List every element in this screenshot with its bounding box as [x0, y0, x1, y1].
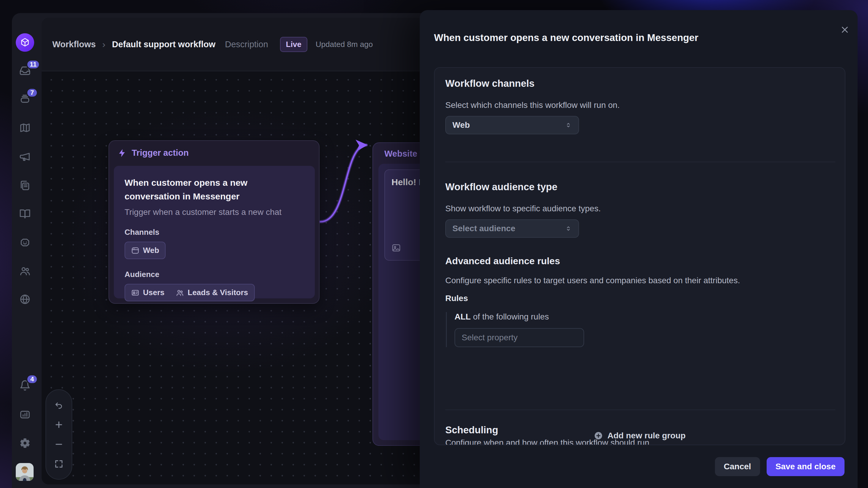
close-button[interactable] — [837, 22, 852, 37]
sidebar-item-knowledge[interactable] — [19, 207, 31, 220]
bar-chart-icon — [19, 409, 31, 420]
channel-chip-label: Web — [143, 246, 159, 255]
visitor-card-title: Website vi — [384, 149, 420, 159]
visitor-card-body: Hello! H B — [378, 164, 420, 440]
zoom-out-button[interactable] — [52, 438, 65, 451]
documents-icon — [19, 180, 31, 191]
panel-title: When customer opens a new conversation i… — [434, 32, 698, 43]
trigger-subtitle: Trigger when a customer starts a new cha… — [125, 207, 304, 217]
channels-label: Channels — [125, 228, 304, 237]
trigger-node-card[interactable]: Trigger action When customer opens a new… — [108, 140, 319, 304]
scheduling-description: Configure when and how often this workfl… — [445, 438, 834, 445]
undo-icon — [54, 400, 64, 410]
rule-group: ALL of the following rules Select proper… — [446, 312, 584, 347]
trigger-settings-panel: When customer opens a new conversation i… — [420, 10, 858, 488]
book-icon — [19, 208, 31, 219]
audience-chip[interactable]: Users Leads & Visitors — [125, 284, 255, 301]
bell-badge: 4 — [26, 374, 38, 384]
gear-icon — [19, 437, 31, 449]
breadcrumb-current[interactable]: Default support workflow — [112, 39, 216, 49]
audience-dropdown-placeholder: Select audience — [453, 224, 516, 233]
section-divider — [445, 410, 835, 410]
users-icon — [19, 265, 31, 277]
rule-group-operator: ALL — [455, 312, 471, 321]
sidebar-item-contacts[interactable] — [19, 265, 31, 277]
trigger-card-title: Trigger action — [132, 148, 189, 158]
close-icon — [840, 25, 850, 35]
cancel-button[interactable]: Cancel — [715, 457, 760, 476]
audience-description: Show workflow to specific audience types… — [445, 204, 834, 214]
message-composer[interactable]: Hello! H B — [384, 169, 420, 261]
expand-icon — [54, 459, 64, 469]
save-and-close-button[interactable]: Save and close — [767, 457, 844, 476]
section-divider — [445, 162, 835, 162]
sidebar-item-reports[interactable] — [19, 409, 31, 421]
channels-dropdown[interactable]: Web — [445, 116, 579, 134]
sidebar-item-outbound[interactable] — [19, 151, 31, 163]
visitor-node-card[interactable]: Website vi Hello! H B — [372, 142, 420, 446]
app-logo[interactable] — [16, 33, 34, 52]
advanced-rules-heading: Advanced audience rules — [445, 256, 834, 267]
audience-dropdown[interactable]: Select audience — [445, 219, 579, 238]
map-icon — [19, 122, 31, 133]
people-icon — [176, 289, 184, 297]
rule-group-condition: ALL of the following rules — [455, 312, 584, 322]
trigger-title: When customer opens a new conversation i… — [125, 176, 297, 203]
audience-users-label: Users — [143, 288, 164, 297]
channels-description: Select which channels this workflow will… — [445, 100, 834, 110]
channels-heading: Workflow channels — [445, 78, 834, 89]
audience-heading: Workflow audience type — [445, 181, 834, 193]
audience-leads-label: Leads & Visitors — [188, 288, 248, 297]
queue-badge: 7 — [26, 88, 38, 98]
inbox-badge: 11 — [26, 59, 40, 69]
image-icon[interactable] — [392, 243, 401, 253]
breadcrumb-separator: › — [102, 39, 105, 50]
zoom-in-button[interactable] — [52, 418, 65, 431]
select-property-input[interactable]: Select property — [455, 328, 584, 347]
screen: 11 7 — [0, 0, 868, 488]
scheduling-heading: Scheduling — [445, 424, 834, 436]
user-avatar[interactable] — [16, 463, 34, 481]
globe-icon — [19, 294, 31, 305]
megaphone-icon — [19, 151, 31, 162]
sidebar-item-articles[interactable] — [19, 179, 31, 192]
sidebar-item-bot[interactable] — [19, 236, 31, 249]
message-text[interactable]: Hello! H — [392, 177, 420, 187]
breadcrumb-workflows[interactable]: Workflows — [52, 39, 96, 49]
live-status-badge: Live — [280, 37, 307, 52]
trigger-card-body: When customer opens a new conversation i… — [114, 166, 315, 298]
panel-footer: Cancel Save and close — [420, 445, 858, 488]
channels-dropdown-value: Web — [453, 120, 470, 130]
robot-icon — [19, 237, 31, 248]
settings-section-card: Workflow channels Select which channels … — [434, 67, 845, 445]
sidebar-item-settings[interactable] — [19, 437, 31, 449]
undo-button[interactable] — [52, 398, 65, 412]
advanced-rules-description: Configure specific rules to target users… — [445, 276, 834, 285]
cube-icon — [20, 37, 30, 48]
channel-chip-web[interactable]: Web — [125, 241, 165, 259]
sidebar-item-web[interactable] — [19, 293, 31, 305]
rules-label: Rules — [445, 294, 834, 303]
chevron-updown-icon — [565, 225, 572, 232]
description-link[interactable]: Description — [225, 39, 268, 49]
plus-icon — [54, 420, 64, 429]
header: Workflows › Default support workflow Des… — [42, 18, 450, 71]
fit-view-button[interactable] — [52, 457, 65, 470]
sidebar-item-map[interactable] — [19, 122, 31, 134]
updated-timestamp: Updated 8m ago — [316, 40, 373, 49]
workflow-canvas[interactable]: Website vi Hello! H B — [42, 71, 420, 484]
canvas-toolbar — [45, 389, 72, 480]
browser-icon — [131, 247, 140, 255]
id-card-icon — [131, 289, 140, 297]
audience-label: Audience — [125, 270, 304, 279]
lightning-icon — [117, 148, 127, 158]
minus-icon — [54, 440, 64, 449]
chevron-updown-icon — [565, 122, 572, 129]
